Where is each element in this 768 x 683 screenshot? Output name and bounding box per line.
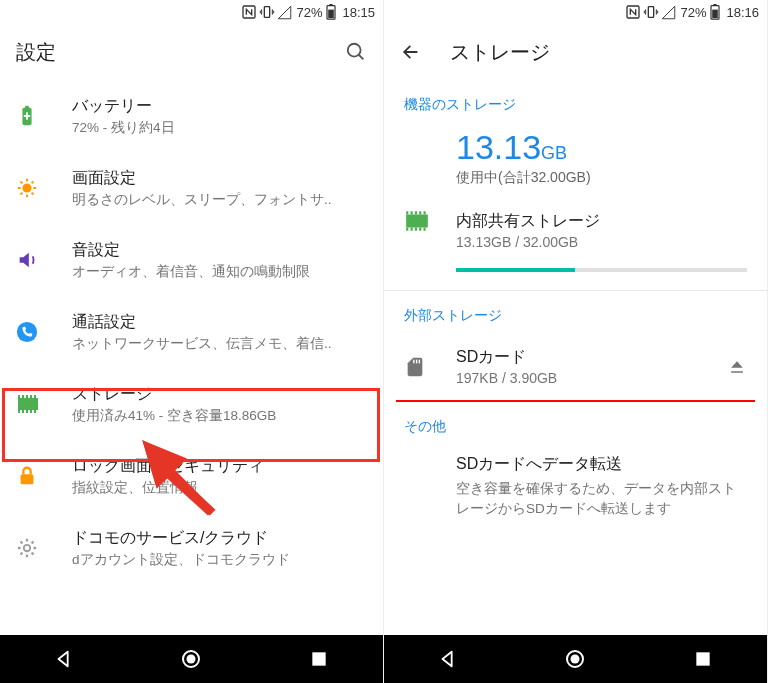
svg-rect-36	[406, 211, 408, 214]
used-unit: GB	[541, 143, 567, 163]
settings-item-sound[interactable]: 音設定オーディオ、着信音、通知の鳴動制限	[0, 224, 383, 296]
nfc-icon	[241, 4, 257, 20]
settings-item-docomo[interactable]: ドコモのサービス/クラウドdアカウント設定、ドコモクラウド	[0, 512, 383, 584]
svg-rect-1	[265, 7, 270, 18]
lock-icon	[16, 465, 38, 487]
internal-subtitle: 13.13GB / 32.00GB	[456, 234, 747, 250]
svg-rect-40	[424, 211, 426, 214]
sd-card-row[interactable]: SDカード 197KB / 3.90GB	[384, 333, 767, 400]
storage-icon	[404, 211, 430, 231]
nfc-icon	[625, 4, 641, 20]
svg-rect-16	[30, 395, 32, 398]
svg-rect-21	[30, 410, 32, 413]
settings-list: バッテリー72% - 残り約4日 画面設定明るさのレベル、スリープ、フォントサ.…	[0, 80, 383, 635]
storage-usage-summary: 13.13GB 使用中(合計32.00GB)	[384, 122, 767, 193]
app-bar: ストレージ	[384, 24, 767, 80]
svg-point-24	[24, 545, 30, 551]
svg-rect-13	[18, 395, 20, 398]
signal-icon	[277, 5, 292, 20]
settings-item-security[interactable]: ロック画面とセキュリティ指紋設定、位置情報	[0, 440, 383, 512]
transfer-row[interactable]: SDカードへデータ転送 空き容量を確保するため、データを内部ストレージからSDカ…	[384, 444, 767, 520]
battery-pct: 72%	[680, 5, 706, 20]
svg-rect-14	[22, 395, 24, 398]
svg-rect-15	[26, 395, 28, 398]
svg-rect-39	[419, 211, 421, 214]
item-subtitle: 明るさのレベル、スリープ、フォントサ..	[72, 191, 367, 209]
item-subtitle: 72% - 残り約4日	[72, 119, 367, 137]
search-icon[interactable]	[345, 41, 367, 63]
svg-rect-18	[18, 410, 20, 413]
section-other: その他	[384, 402, 767, 444]
svg-rect-12	[18, 398, 38, 410]
left-screen: 72% 18:15 設定 バッテリー72% - 残り約4日 画面設定明るさのレベ…	[0, 0, 384, 683]
item-title: ストレージ	[72, 384, 367, 405]
item-subtitle: dアカウント設定、ドコモクラウド	[72, 551, 367, 569]
item-subtitle: ネットワークサービス、伝言メモ、着信..	[72, 335, 367, 353]
svg-rect-31	[649, 7, 654, 18]
transfer-subtitle: 空き容量を確保するため、データを内部ストレージからSDカードへ転送します	[456, 479, 747, 520]
transfer-title: SDカードへデータ転送	[456, 454, 747, 475]
settings-item-battery[interactable]: バッテリー72% - 残り約4日	[0, 80, 383, 152]
call-icon	[16, 321, 38, 343]
svg-rect-19	[22, 410, 24, 413]
svg-rect-22	[34, 410, 36, 413]
app-bar: 設定	[0, 24, 383, 80]
svg-rect-23	[21, 474, 34, 484]
svg-rect-44	[419, 228, 421, 231]
eject-icon[interactable]	[727, 357, 747, 377]
vibrate-icon	[259, 4, 275, 20]
svg-rect-45	[424, 228, 426, 231]
used-line: 使用中(合計32.00GB)	[456, 169, 767, 187]
section-device-storage: 機器のストレージ	[384, 80, 767, 122]
svg-rect-20	[26, 410, 28, 413]
svg-rect-37	[411, 211, 413, 214]
nav-recent-icon[interactable]	[305, 645, 333, 673]
item-subtitle: 使用済み41% - 空き容量18.86GB	[72, 407, 367, 425]
internal-progress	[456, 268, 747, 272]
svg-rect-4	[329, 10, 335, 18]
svg-rect-35	[406, 215, 428, 228]
svg-rect-43	[415, 228, 417, 231]
vibrate-icon	[643, 4, 659, 20]
nav-home-icon[interactable]	[561, 645, 589, 673]
status-bar: 72% 18:16	[384, 0, 767, 24]
back-icon[interactable]	[400, 41, 422, 63]
item-subtitle: 指紋設定、位置情報	[72, 479, 367, 497]
battery-icon	[326, 4, 336, 20]
svg-rect-48	[419, 359, 420, 363]
brightness-icon	[16, 177, 38, 199]
nav-recent-icon[interactable]	[689, 645, 717, 673]
nav-back-icon[interactable]	[50, 645, 78, 673]
svg-point-11	[17, 322, 37, 342]
section-external-storage: 外部ストレージ	[384, 291, 767, 333]
settings-item-storage[interactable]: ストレージ使用済み41% - 空き容量18.86GB	[0, 368, 383, 440]
sd-card-icon	[404, 356, 426, 378]
svg-point-10	[22, 183, 31, 192]
svg-rect-34	[713, 10, 719, 18]
nav-bar	[384, 635, 767, 683]
settings-item-call[interactable]: 通話設定ネットワークサービス、伝言メモ、着信..	[0, 296, 383, 368]
svg-rect-47	[416, 359, 417, 363]
nav-home-icon[interactable]	[177, 645, 205, 673]
svg-point-28	[187, 655, 196, 664]
svg-rect-17	[34, 395, 36, 398]
storage-content: 機器のストレージ 13.13GB 使用中(合計32.00GB) 内部共有ストレー…	[384, 80, 767, 635]
nav-back-icon[interactable]	[434, 645, 462, 673]
battery-icon	[710, 4, 720, 20]
sd-title: SDカード	[456, 347, 727, 368]
settings-item-display[interactable]: 画面設定明るさのレベル、スリープ、フォントサ..	[0, 152, 383, 224]
nav-bar	[0, 635, 383, 683]
signal-icon	[661, 5, 676, 20]
svg-rect-7	[25, 106, 29, 109]
internal-storage-row[interactable]: 内部共有ストレージ 13.13GB / 32.00GB	[384, 193, 767, 260]
clock: 18:15	[342, 5, 375, 20]
svg-rect-46	[413, 359, 414, 363]
item-title: 音設定	[72, 240, 367, 261]
clock: 18:16	[726, 5, 759, 20]
svg-rect-42	[411, 228, 413, 231]
used-value: 13.13	[456, 128, 541, 167]
sound-icon	[16, 249, 38, 271]
svg-point-5	[348, 44, 361, 57]
svg-rect-29	[312, 652, 325, 665]
item-title: バッテリー	[72, 96, 367, 117]
